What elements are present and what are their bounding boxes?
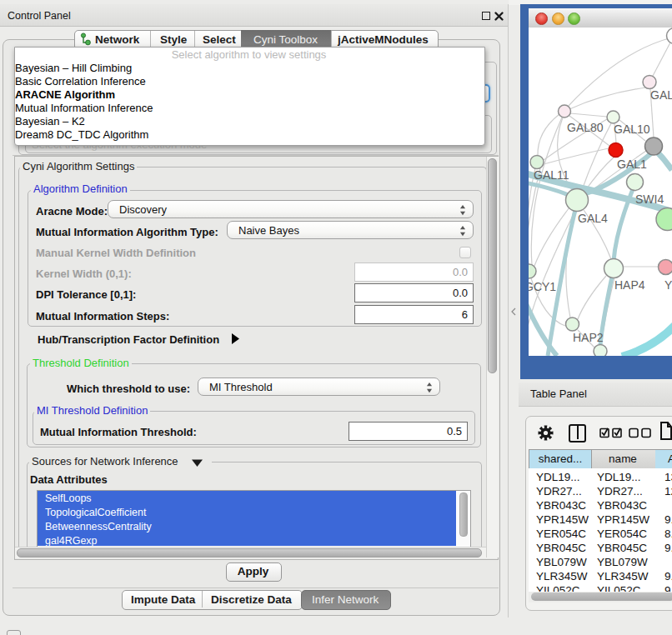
svg-text:GAL4: GAL4 (578, 212, 608, 225)
svg-text:HAP2: HAP2 (573, 331, 604, 344)
svg-text:GCY1: GCY1 (529, 280, 556, 293)
svg-text:Y: Y (664, 278, 672, 292)
svg-text:GAL80: GAL80 (567, 121, 604, 134)
svg-text:SWI4: SWI4 (635, 192, 664, 206)
svg-text:HAP4: HAP4 (614, 278, 645, 292)
svg-text:GAL10: GAL10 (614, 122, 650, 136)
svg-text:GAL7: GAL7 (650, 88, 672, 102)
svg-text:GAL1: GAL1 (617, 158, 647, 171)
svg-text:GAL11: GAL11 (534, 168, 569, 182)
